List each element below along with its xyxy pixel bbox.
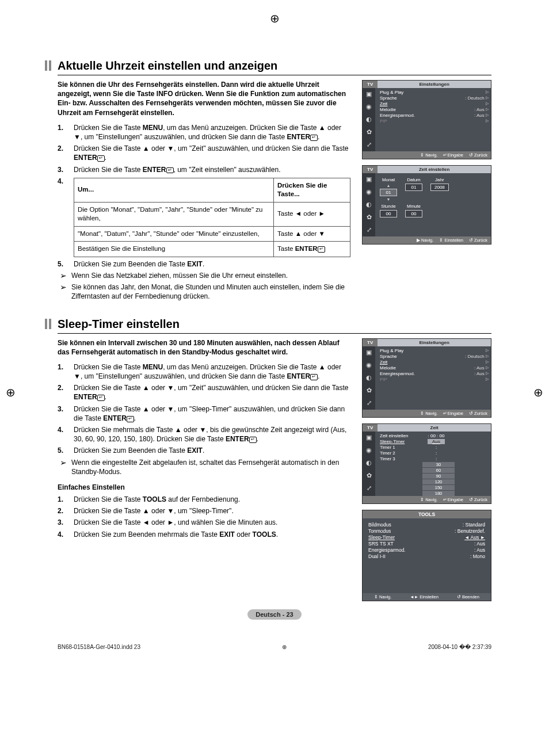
td: Bestätigen Sie die Einstellung [74,242,274,257]
page: Aktuelle Uhrzeit einstellen und anzeigen… [0,0,549,673]
osd-main: Plug & Play ▷Sprache: Deutsch ▷Zeit ▷Mel… [375,88,491,151]
section-1-steps: Drücken Sie die Taste MENU, um das Menü … [58,123,350,269]
osd-tab-tv: TV [363,424,378,432]
note-arrow-icon: ➢ [60,459,67,476]
th-1: Um... [74,178,274,202]
osd-icon-column: ▣◉◐✿⤢ [363,173,375,236]
section-1-text: Sie können die Uhr des Fernsehgeräts ein… [58,80,350,301]
sound-icon: ◉ [366,103,372,111]
input-icon: ⤢ [367,484,372,492]
input-icon: ⤢ [367,399,372,407]
osd-zeit: TVZeit ▣◉◐✿⤢ Zeit einstellen: 00 : 00Sle… [362,423,491,504]
setup-icon: ✿ [367,387,372,395]
step-5: Drücken Sie zum Beenden die Taste EXIT. [58,259,350,269]
osd-footer: ⇕ Navig.↵Eingabe↺ Zurück [363,496,491,503]
osd-footer: ⇕ Navig.↵Eingabe↺ Zurück [363,151,491,159]
step-2: Drücken Sie die Taste ▲ oder ▼, um "Zeit… [58,383,350,402]
osd-tab-tv: TV [363,166,378,173]
osd-footer: ⇕ Navig.↵Eingabe↺ Zurück [363,410,491,417]
osd-footer: ▶ Navig.⇕ Einstellen↺ Zurück [363,236,491,244]
note-arrow-icon: ➢ [60,283,67,301]
td: Taste ENTER↵ [274,242,350,257]
td: "Monat", "Datum", "Jahr", "Stunde" oder … [74,226,274,242]
th-2: Drücken Sie die Taste... [274,178,350,202]
td: Taste ▲ oder ▼ [274,226,350,242]
osd-title: Einstellungen [378,339,491,346]
osd-icon-column: ▣◉◐✿⤢ [363,346,375,410]
sound-icon: ◉ [366,188,372,196]
sound-icon: ◉ [366,446,372,455]
section-2: Sie können ein Intervall zwischen 30 und… [58,338,491,601]
picture-icon: ▣ [366,175,372,184]
note-1: ➢Wenn Sie das Netzkabel ziehen, müssen S… [58,271,350,280]
footer-right: 2008-04-10 �� 2:37:39 [428,644,491,650]
tools-body: Bildmodus: StandardTonmodus: Benutzerdef… [363,518,491,593]
osd-title: Zeit [378,424,491,432]
osd-settings: TVEinstellungen ▣◉◐✿⤢ Plug & Play ▷Sprac… [362,80,491,159]
step-4: Drücken Sie mehrmals die Taste ▲ oder ▼,… [58,425,350,444]
step-1: Drücken Sie die Taste MENU, um das Menü … [58,362,350,381]
picture-icon: ▣ [366,434,372,442]
date-row: Monat▲01▼Datum01Jahr2008 [380,177,489,201]
channel-icon: ◐ [366,201,372,209]
note-arrow-icon: ➢ [60,272,67,280]
osd-tools: TOOLS Bildmodus: StandardTonmodus: Benut… [362,510,491,601]
td: Die Option "Monat", "Datum", "Jahr", "St… [74,202,274,226]
instruction-table: Um...Drücken Sie die Taste... Die Option… [74,178,350,257]
osd-settings-2: TVEinstellungen ▣◉◐✿⤢ Plug & Play ▷Sprac… [362,338,491,418]
td: Taste ◄ oder ► [274,202,350,226]
osd-main: Plug & Play ▷Sprache: Deutsch ▷Zeit ▷Mel… [375,346,491,410]
section-1: Sie können die Uhr des Fernsehgeräts ein… [58,80,491,301]
section-2-intro: Sie können ein Intervall zwischen 30 und… [58,338,350,357]
osd-tab-tv: TV [363,339,378,346]
section-2-title: Sleep-Timer einstellen [58,318,491,334]
heading-bars [45,60,51,71]
channel-icon: ◐ [366,374,372,382]
setup-icon: ✿ [367,472,372,480]
substep-3: Drücken Sie die Taste ◄ oder ►, und wähl… [58,518,350,527]
osd-tab-tv: TV [363,81,378,88]
substep-1: Drücken Sie die Taste TOOLS auf der Fern… [58,495,350,504]
osd-zeit-einstellen: TVZeit einstellen ▣◉◐✿⤢ Monat▲01▼Datum01… [362,165,491,245]
step-1: Drücken Sie die Taste MENU, um das Menü … [58,123,350,142]
input-icon: ⤢ [367,141,372,149]
section-1-screens: TVEinstellungen ▣◉◐✿⤢ Plug & Play ▷Sprac… [362,80,491,250]
section-1-heading-wrap: Aktuelle Uhrzeit einstellen und anzeigen [58,59,491,75]
picture-icon: ▣ [366,90,372,98]
time-row: Stunde00Minute00 [380,204,489,217]
osd-main: Monat▲01▼Datum01Jahr2008 Stunde00Minute0… [375,173,491,236]
step-3: Drücken Sie die Taste ENTER↵, um "Zeit e… [58,165,350,174]
picture-icon: ▣ [366,349,372,357]
tools-title: TOOLS [363,510,491,518]
sound-icon: ◉ [366,361,372,369]
osd-icon-column: ▣◉◐✿⤢ [363,432,375,496]
section-2-heading-wrap: Sleep-Timer einstellen [58,318,491,334]
subheading-einfach: Einfaches Einstellen [58,483,350,491]
crop-mark-bottom: ⊕ [282,644,287,650]
step-2: Drücken Sie die Taste ▲ oder ▼, um "Zeit… [58,144,350,162]
section-2-substeps: Drücken Sie die Taste TOOLS auf der Fern… [58,495,350,539]
channel-icon: ◐ [366,116,372,124]
setup-icon: ✿ [367,128,372,136]
channel-icon: ◐ [366,459,372,467]
step-5: Drücken Sie zum Beenden die Taste EXIT. [58,446,350,455]
note-2: ➢Sie können das Jahr, den Monat, die Stu… [58,282,350,301]
substep-2: Drücken Sie die Taste ▲ oder ▼, um "Slee… [58,506,350,516]
osd-title: Zeit einstellen [378,166,491,173]
note-1: ➢Wenn die eingestellte Zeit abgelaufen i… [58,458,350,476]
osd-title: Einstellungen [378,81,491,88]
print-footer: BN68-01518A-Ger-0410.indd 23 ⊕ 2008-04-1… [58,644,491,650]
step-3: Drücken Sie die Taste ▲ oder ▼, um "Slee… [58,404,350,423]
section-2-steps: Drücken Sie die Taste MENU, um das Menü … [58,362,350,456]
page-number: Deutsch - 23 [58,610,491,618]
heading-bars [45,319,51,329]
setup-icon: ✿ [367,213,372,222]
substep-4: Drücken Sie zum Beenden mehrmals die Tas… [58,530,350,539]
input-icon: ⤢ [367,226,372,234]
section-2-text: Sie können ein Intervall zwischen 30 und… [58,338,350,541]
osd-icon-column: ▣◉◐✿⤢ [363,88,375,151]
tools-footer: ⇕ Navig.◄► Einstellen↺ Beenden [363,593,491,601]
step-4: Um...Drücken Sie die Taste... Die Option… [58,177,350,257]
section-1-title: Aktuelle Uhrzeit einstellen und anzeigen [58,59,491,75]
footer-left: BN68-01518A-Ger-0410.indd 23 [58,644,140,650]
